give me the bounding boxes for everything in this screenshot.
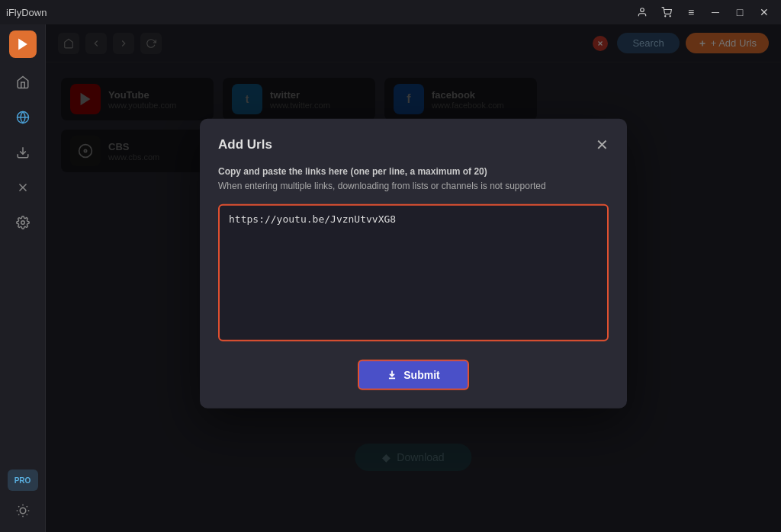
- sidebar-item-download[interactable]: [8, 137, 38, 168]
- add-urls-modal: Add Urls ✕ Copy and paste the links here…: [200, 119, 627, 409]
- modal-footer: Submit: [218, 360, 609, 390]
- svg-line-13: [18, 506, 19, 507]
- svg-marker-3: [18, 39, 27, 50]
- svg-point-1: [665, 16, 666, 17]
- title-bar: iFlyDown ≡ ─ □ ✕: [0, 0, 781, 24]
- submit-button[interactable]: Submit: [358, 360, 468, 390]
- svg-line-17: [18, 514, 19, 515]
- svg-point-10: [20, 508, 26, 514]
- modal-close-button[interactable]: ✕: [596, 137, 609, 152]
- sidebar-item-home[interactable]: [8, 67, 38, 98]
- app-logo[interactable]: [9, 30, 37, 58]
- user-button[interactable]: [632, 5, 653, 20]
- url-textarea[interactable]: [218, 204, 609, 341]
- sidebar-item-theme[interactable]: [8, 495, 38, 526]
- sidebar-item-settings[interactable]: [8, 207, 38, 238]
- title-bar-left: iFlyDown: [6, 7, 47, 18]
- maximize-button[interactable]: □: [729, 5, 750, 20]
- cart-button[interactable]: [656, 5, 677, 20]
- menu-button[interactable]: ≡: [680, 5, 702, 20]
- title-bar-controls: ≡ ─ □ ✕: [632, 5, 775, 20]
- minimize-button[interactable]: ─: [705, 5, 726, 20]
- content-area: Search + Add Urls YouTube www.youtube.co…: [46, 24, 781, 532]
- svg-line-14: [26, 514, 27, 515]
- svg-point-9: [21, 221, 24, 225]
- modal-header: Add Urls ✕: [218, 137, 609, 152]
- svg-point-2: [670, 16, 670, 17]
- pro-badge[interactable]: pro: [8, 470, 38, 491]
- close-button[interactable]: ✕: [754, 5, 775, 20]
- modal-title: Add Urls: [218, 137, 272, 152]
- svg-line-18: [26, 506, 27, 507]
- sidebar-item-convert[interactable]: [8, 172, 38, 203]
- sidebar-item-globe[interactable]: [8, 102, 38, 133]
- sidebar: pro: [0, 24, 46, 532]
- main-layout: pro Search: [0, 24, 781, 532]
- modal-description: Copy and paste the links here (one per l…: [218, 165, 609, 194]
- app-title: iFlyDown: [6, 7, 47, 18]
- svg-point-0: [641, 8, 644, 12]
